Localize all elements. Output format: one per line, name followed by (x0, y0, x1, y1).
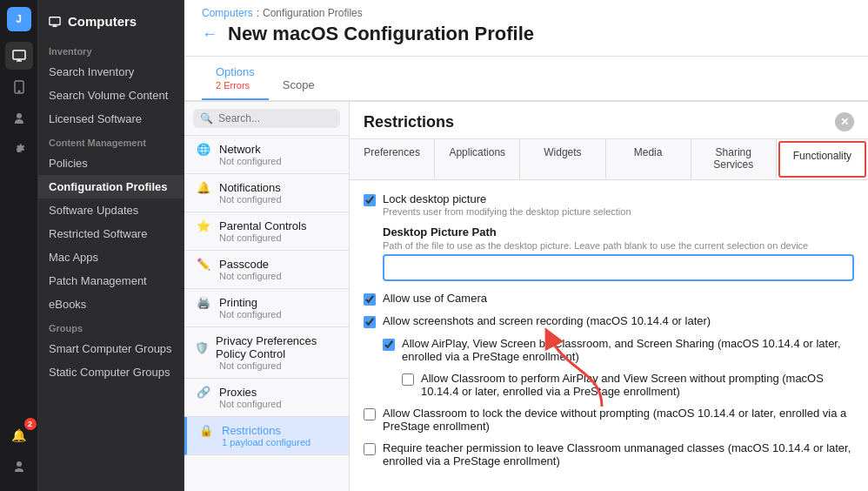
restrictions-icon: 🔒 (197, 424, 215, 437)
nav-devices-icon[interactable] (5, 73, 33, 101)
restrictions-header: Restrictions ✕ (350, 102, 868, 139)
inventory-section-label: Inventory (38, 39, 184, 60)
teacher-leave-label: Require teacher permission to leave Clas… (383, 441, 854, 467)
profile-section-parental[interactable]: ⭐ Parental Controls Not configured (184, 212, 349, 251)
notification-badge: 2 (24, 418, 37, 430)
svg-point-2 (18, 91, 20, 92)
profile-section-privacy[interactable]: 🛡️ Privacy Preferences Policy Control No… (184, 327, 349, 379)
sidebar-item-static-groups[interactable]: Static Computer Groups (38, 360, 184, 384)
search-icon: 🔍 (200, 112, 213, 124)
nav-computers-icon[interactable] (5, 42, 33, 70)
printing-icon: 🖨️ (195, 296, 212, 309)
profile-section-restrictions[interactable]: 🔒 Restrictions 1 payload configured (184, 417, 349, 455)
lock-desktop-label: Lock desktop picture (383, 192, 631, 205)
main-tabs: Options 2 Errors Scope (184, 57, 868, 101)
profile-sections-panel: 🔍 🌐 Network Not configured 🔔 Notificatio… (184, 102, 350, 491)
restrictions-close-button[interactable]: ✕ (835, 112, 854, 131)
app-logo: J (7, 7, 31, 31)
profile-section-network[interactable]: 🌐 Network Not configured (184, 136, 349, 174)
tab-options-errors: 2 Errors (216, 80, 250, 91)
rtab-preferences[interactable]: Preferences (350, 139, 435, 179)
svg-rect-3 (50, 17, 60, 24)
checkbox-screenshots: Allow screenshots and screen recording (… (364, 314, 854, 328)
sidebar-item-search-volume[interactable]: Search Volume Content (38, 84, 184, 107)
restrictions-body: Lock desktop picture Prevents user from … (350, 180, 868, 488)
groups-section-label: Groups (38, 316, 184, 337)
profile-section-proxies[interactable]: 🔗 Proxies Not configured (184, 379, 349, 417)
checkbox-classroom-lock: Allow Classroom to lock the device witho… (364, 407, 854, 433)
checkbox-classroom-airplay: Allow Classroom to perform AirPlay and V… (402, 372, 854, 398)
sidebar-item-smart-groups[interactable]: Smart Computer Groups (38, 337, 184, 360)
classroom-lock-label: Allow Classroom to lock the device witho… (383, 407, 854, 433)
main-content: Computers : Configuration Profiles ← New… (184, 0, 868, 491)
profile-search-input[interactable] (218, 112, 333, 124)
restrictions-panel: Restrictions ✕ Preferences Applications … (350, 102, 868, 491)
desktop-path-label: Desktop Picture Path (383, 225, 854, 239)
desktop-path-hint: Path of the file to use as the desktop p… (383, 240, 854, 251)
airplay-label: Allow AirPlay, View Screen by Classroom,… (402, 337, 854, 363)
parental-icon: ⭐ (195, 219, 212, 232)
desktop-path-input[interactable] (383, 254, 854, 281)
nav-bottom: 🔔 2 (5, 421, 33, 491)
svg-rect-0 (13, 50, 25, 59)
rtab-sharing[interactable]: Sharing Services (691, 139, 777, 179)
back-button[interactable]: ← (202, 25, 217, 44)
sidebar-item-mac-apps[interactable]: Mac Apps (38, 246, 184, 269)
camera-checkbox[interactable] (364, 293, 376, 306)
two-panel-layout: 🔍 🌐 Network Not configured 🔔 Notificatio… (184, 102, 868, 491)
app-logo-text: J (16, 13, 22, 25)
page-header: ← New macOS Configuration Profile (184, 19, 868, 57)
sidebar-item-licensed-software[interactable]: Licensed Software (38, 107, 184, 131)
screenshots-label: Allow screenshots and screen recording (… (383, 314, 711, 327)
search-input-wrap: 🔍 (193, 109, 340, 128)
classroom-airplay-checkbox[interactable] (402, 373, 414, 386)
profile-section-printing[interactable]: 🖨️ Printing Not configured (184, 289, 349, 327)
sidebar-item-search-inventory[interactable]: Search Inventory (38, 60, 184, 84)
checkbox-lock-desktop: Lock desktop picture Prevents user from … (364, 192, 854, 217)
sidebar-item-policies[interactable]: Policies (38, 151, 184, 175)
tab-scope[interactable]: Scope (269, 70, 329, 100)
sidebar-item-ebooks[interactable]: eBooks (38, 293, 184, 316)
nav-rail: J 🔔 2 (0, 0, 38, 491)
lock-desktop-checkbox[interactable] (364, 194, 376, 206)
classroom-airplay-label: Allow Classroom to perform AirPlay and V… (421, 372, 854, 398)
search-box: 🔍 (184, 102, 349, 136)
checkbox-camera: Allow use of Camera (364, 292, 854, 306)
restriction-tabs: Preferences Applications Widgets Media S… (350, 139, 868, 180)
desktop-path-field: Desktop Picture Path Path of the file to… (383, 225, 854, 281)
passcode-icon: ✏️ (195, 258, 212, 271)
breadcrumb-parent[interactable]: Computers (202, 7, 253, 19)
camera-label: Allow use of Camera (383, 292, 487, 305)
teacher-leave-checkbox[interactable] (364, 443, 376, 455)
sidebar-item-restricted-software[interactable]: Restricted Software (38, 222, 184, 246)
nav-settings-icon[interactable] (5, 136, 33, 164)
rtab-media[interactable]: Media (606, 139, 691, 179)
user-profile-icon[interactable] (5, 453, 33, 481)
sidebar-title: Computers (68, 14, 137, 29)
rtab-applications[interactable]: Applications (435, 139, 520, 179)
rtab-functionality[interactable]: Functionality (778, 141, 866, 178)
sidebar-header: Computers (38, 0, 184, 39)
sidebar-item-software-updates[interactable]: Software Updates (38, 198, 184, 222)
nav-users-icon[interactable] (5, 104, 33, 132)
sidebar-item-config-profiles[interactable]: Configuration Profiles (38, 175, 184, 198)
screenshots-checkbox[interactable] (364, 316, 376, 328)
notifications-section-icon: 🔔 (195, 181, 212, 194)
checkbox-airplay: Allow AirPlay, View Screen by Classroom,… (383, 337, 854, 363)
restrictions-title: Restrictions (364, 113, 454, 131)
sidebar-item-patch-mgmt[interactable]: Patch Management (38, 269, 184, 293)
profile-section-notifications[interactable]: 🔔 Notifications Not configured (184, 174, 349, 212)
classroom-lock-checkbox[interactable] (364, 408, 376, 420)
page-title: New macOS Configuration Profile (228, 23, 534, 45)
sidebar: Computers Inventory Search Inventory Sea… (38, 0, 184, 491)
profile-section-passcode[interactable]: ✏️ Passcode Not configured (184, 251, 349, 289)
breadcrumb-current: Configuration Profiles (263, 7, 363, 19)
content-section-label: Content Management (38, 131, 184, 151)
breadcrumb: Computers : Configuration Profiles (184, 0, 868, 19)
airplay-checkbox[interactable] (383, 339, 395, 351)
notifications-icon[interactable]: 🔔 2 (5, 421, 33, 449)
network-icon: 🌐 (195, 143, 212, 156)
rtab-widgets[interactable]: Widgets (520, 139, 605, 179)
checkbox-teacher-leave: Require teacher permission to leave Clas… (364, 441, 854, 467)
tab-options[interactable]: Options 2 Errors (202, 57, 269, 100)
